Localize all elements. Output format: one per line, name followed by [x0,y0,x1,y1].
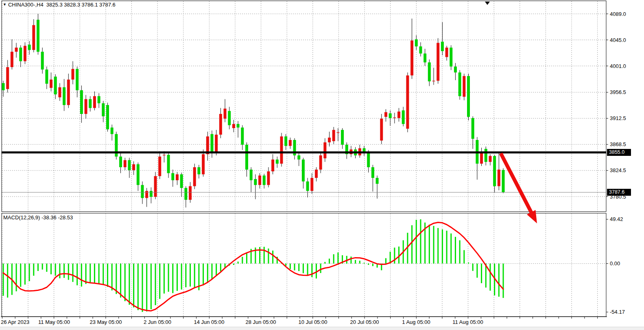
time-axis-label: 2 Jun 05:00 [135,319,180,325]
macd-indicator-label: MACD(12,26,9) -38.36 -28.53 [3,214,73,221]
time-axis-label: 26 Apr 2023 [1,319,29,325]
symbol-ohlc-header: ▼CHINA300-,H4 3825.3 3828.3 3786.1 3787.… [3,2,116,8]
time-axis-label: 11 Aug 05:00 [445,319,490,325]
horizontal-line-3855[interactable] [2,151,606,153]
mt4-chart-window: ▼CHINA300-,H4 3825.3 3828.3 3786.1 3787.… [0,0,644,330]
time-axis-label: 20 Jul 05:00 [342,319,387,325]
price-axis-label: 4045.0 [610,37,626,43]
price-axis-label: 3824.5 [610,167,626,173]
macd-name: MACD(12,26,9) [3,214,40,221]
time-axis-label: 1 Aug 05:00 [394,319,439,325]
macd-axis-label: 49.42 [610,216,623,222]
time-axis-label: 11 May 05:00 [32,319,76,325]
dropdown-triangle-icon[interactable]: ▼ [3,2,7,7]
symbol-period-label: CHINA300-,H4 [8,2,44,8]
price-axis-label: 3912.5 [610,115,626,121]
bottom-strip [0,327,644,330]
ohlc-values: 3825.3 3828.3 3786.1 3787.6 [46,2,116,8]
horizontal-line-price-tag[interactable]: 3855.0 [607,149,631,156]
macd-axis-label: 0.00 [610,260,620,267]
price-axis-label: 3956.5 [610,89,626,95]
macd-axis-label: -54.17 [610,309,625,315]
time-axis-label: 14 Jun 05:00 [187,319,231,325]
candlestick-macd-chart[interactable] [0,0,644,330]
time-axis-label: 10 Jul 05:00 [290,319,335,325]
time-axis-label: 28 Jun 05:00 [238,319,283,325]
price-axis-label: 3780.5 [610,194,626,200]
macd-values: -38.36 -28.53 [41,214,73,221]
price-axis-label: 3868.5 [610,141,626,147]
time-axis-label: 23 May 05:00 [83,319,128,325]
price-axis-label: 4001.0 [610,63,626,69]
price-axis-label: 4089.0 [610,11,626,17]
